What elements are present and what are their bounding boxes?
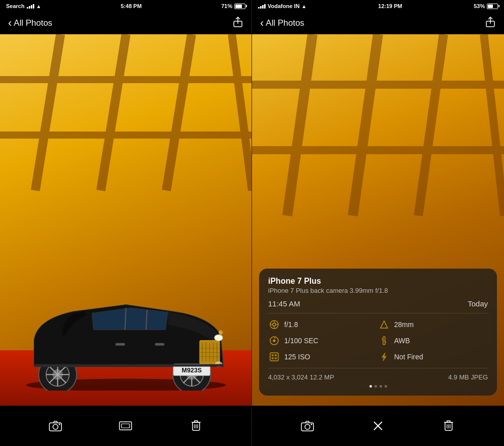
iso-icon <box>268 351 280 363</box>
left-share-icon <box>232 17 243 28</box>
focal-icon <box>378 318 390 331</box>
svg-point-78 <box>305 424 310 429</box>
right-bg-grid <box>252 34 504 265</box>
right-battery <box>487 4 498 9</box>
svg-line-54 <box>418 34 444 216</box>
left-share-button[interactable] <box>232 17 243 30</box>
right-camera-button[interactable] <box>297 416 318 436</box>
svg-line-52 <box>353 34 378 216</box>
spec-aperture: f/1.8 <box>268 318 378 331</box>
right-delete-button[interactable] <box>438 416 459 436</box>
svg-line-55 <box>484 34 504 216</box>
left-back-button[interactable]: ‹ All Photos <box>8 18 52 29</box>
right-share-icon <box>485 17 496 28</box>
spec-focal: 28mm <box>378 318 488 331</box>
left-trash-icon <box>191 420 201 432</box>
left-middle-button[interactable] <box>115 416 136 436</box>
right-back-button[interactable]: ‹ All Photos <box>260 18 304 29</box>
svg-point-44 <box>58 424 60 425</box>
left-car-svg: M923S <box>5 280 247 391</box>
left-bg-grid <box>0 34 251 257</box>
right-status-bar: Vodafone IN ▲ 12:19 PM 53% <box>252 0 504 12</box>
dot-1 <box>369 385 372 388</box>
left-wifi-icon: ▲ <box>36 4 41 9</box>
right-trash-icon <box>444 420 454 432</box>
svg-line-53 <box>287 34 312 216</box>
dimensions: 4,032 x 3,024 12.2 MP <box>268 373 334 381</box>
right-chevron-icon: ‹ <box>260 18 264 29</box>
svg-rect-75 <box>275 357 277 359</box>
left-phone: Search ▲ 5:48 PM 71% ‹ All Photos <box>0 0 252 446</box>
right-back-label: All Photos <box>266 18 304 28</box>
left-rectangle-icon <box>119 420 132 431</box>
shutter-icon <box>268 335 280 347</box>
svg-rect-40 <box>155 343 164 346</box>
info-panel: iPhone 7 Plus iPhone 7 Plus back camera … <box>259 269 497 396</box>
dot-2 <box>374 385 377 388</box>
left-delete-button[interactable] <box>186 416 206 436</box>
specs-grid: f/1.8 28mm <box>268 318 488 363</box>
aperture-icon <box>268 318 280 331</box>
svg-rect-74 <box>272 357 274 359</box>
left-photo-bg: M923S <box>0 34 251 406</box>
left-chevron-icon: ‹ <box>8 18 12 29</box>
svg-rect-46 <box>121 424 130 428</box>
right-carrier: Vodafone IN <box>268 3 299 9</box>
left-photo-area: M923S <box>0 34 251 406</box>
right-status-left: Vodafone IN ▲ <box>258 3 306 9</box>
svg-point-43 <box>53 424 58 429</box>
device-name: iPhone 7 Plus <box>268 277 488 286</box>
svg-line-2 <box>35 34 60 190</box>
svg-text:M923S: M923S <box>182 367 202 374</box>
spec-shutter: 1/100 SEC <box>268 335 378 347</box>
left-status-bar: Search ▲ 5:48 PM 71% <box>0 0 251 12</box>
svg-line-70 <box>382 339 387 343</box>
aperture-value: f/1.8 <box>284 321 298 329</box>
right-time: 12:19 PM <box>378 3 402 9</box>
flash-icon <box>378 351 390 363</box>
left-time: 5:48 PM <box>121 3 142 9</box>
svg-rect-39 <box>115 343 125 346</box>
svg-line-4 <box>232 34 251 190</box>
left-battery-pct: 71% <box>221 3 232 9</box>
svg-point-60 <box>273 323 276 326</box>
svg-rect-72 <box>272 354 274 356</box>
iso-value: 125 ISO <box>284 353 310 361</box>
svg-rect-73 <box>275 354 277 356</box>
info-dots <box>268 385 488 388</box>
svg-rect-71 <box>270 353 278 361</box>
svg-marker-65 <box>381 321 388 328</box>
dot-4 <box>385 385 387 388</box>
svg-point-34 <box>214 335 223 341</box>
svg-line-3 <box>166 34 192 190</box>
focal-value: 28mm <box>394 321 414 329</box>
right-phone: Vodafone IN ▲ 12:19 PM 53% ‹ All Photos <box>252 0 504 446</box>
spec-iso: 125 ISO <box>268 351 378 363</box>
capture-date: Today <box>468 299 488 308</box>
svg-point-36 <box>219 331 223 335</box>
right-battery-pct: 53% <box>474 3 485 9</box>
filesize: 4.9 MB JPEG <box>448 373 488 381</box>
left-status-right: 71% <box>221 3 245 9</box>
svg-rect-41 <box>34 364 223 366</box>
left-camera-button[interactable] <box>45 416 66 436</box>
right-close-button[interactable] <box>368 416 388 436</box>
left-back-label: All Photos <box>14 18 52 28</box>
right-photo-bg: iPhone 7 Plus iPhone 7 Plus back camera … <box>252 34 504 406</box>
right-status-right: 53% <box>474 3 498 9</box>
flash-value: Not Fired <box>394 353 423 361</box>
right-share-button[interactable] <box>485 17 496 30</box>
spec-wb: AWB <box>378 335 488 347</box>
capture-time: 11:45 AM <box>268 299 300 308</box>
left-carrier: Search <box>6 3 25 9</box>
spec-flash: Not Fired <box>378 351 488 363</box>
svg-line-1 <box>101 34 126 190</box>
wb-icon <box>378 335 390 347</box>
time-row: 11:45 AM Today <box>268 299 488 313</box>
left-nav-bar: ‹ All Photos <box>0 12 251 34</box>
shutter-value: 1/100 SEC <box>284 337 319 345</box>
camera-desc: iPhone 7 Plus back camera 3.99mm f/1.8 <box>268 287 488 294</box>
right-toolbar <box>252 406 504 446</box>
right-wifi-icon: ▲ <box>301 4 306 9</box>
svg-marker-76 <box>382 353 386 361</box>
